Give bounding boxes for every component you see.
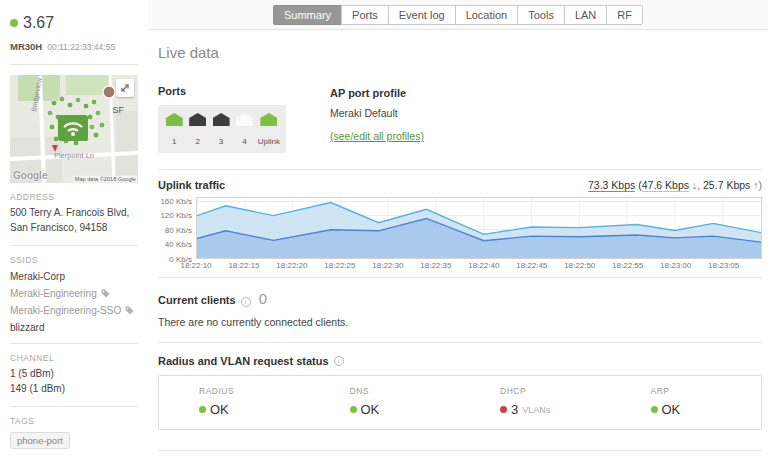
tag-icon <box>101 289 110 298</box>
tab-bar: Summary Ports Event log Location Tools L… <box>148 0 768 30</box>
port-uplink[interactable]: Uplink <box>258 113 280 148</box>
uplink-paren: ( <box>635 179 641 191</box>
device-identity: MR30H00:11:22:33:44:55 <box>10 36 138 54</box>
edit-profiles-link[interactable]: (see/edit all profiles) <box>330 130 424 142</box>
ap-port-profile: AP port profile Meraki Default (see/edit… <box>330 85 424 153</box>
chart-y-axis: 160 Kb/s120 Kb/s80 Kb/s40 Kb/s0 Kb/s <box>158 197 196 259</box>
tag-chip[interactable]: phone-port <box>10 432 70 449</box>
status-label: ARP <box>651 386 762 396</box>
status-label: RADIUS <box>199 386 310 396</box>
ssids-section: SSIDS Meraki-Corp Meraki-Engineering Mer… <box>10 255 138 333</box>
ok-dot-icon <box>350 406 357 413</box>
chart-plot[interactable] <box>196 197 762 259</box>
x-tick-label: 18:23:05 <box>708 261 739 270</box>
ssid-item[interactable]: Meraki-Corp <box>10 271 138 282</box>
uplink-header: Uplink traffic 73.3 Kbps (47.6 Kbps ↓, 2… <box>158 179 762 191</box>
x-tick-label: 18:22:30 <box>372 261 403 270</box>
status-suffix: VLANs <box>522 405 550 415</box>
radius-vlan-status-box: RADIUS OK DNS OK DHCP 3VLANs ARP OK <box>158 375 762 430</box>
port-2[interactable]: 2 <box>187 113 207 148</box>
chart-x-axis: 18:22:1018:22:1518:22:2018:22:2518:22:30… <box>196 261 762 275</box>
map-expand-button[interactable] <box>116 79 134 97</box>
client-count: 0 <box>259 290 267 307</box>
uplink-chart: 160 Kb/s120 Kb/s80 Kb/s40 Kb/s0 Kb/s 18:… <box>158 197 762 275</box>
x-tick-label: 18:22:15 <box>228 261 259 270</box>
status-value: OK <box>210 402 229 417</box>
divider <box>10 406 138 407</box>
location-map[interactable]: SF Pierpoint Ln Bridgeview Way Google Ma… <box>10 75 138 183</box>
ssids-label: SSIDS <box>10 255 138 265</box>
status-col-dns: DNS OK <box>310 386 461 417</box>
uplink-area-chart <box>197 198 761 258</box>
tab-location[interactable]: Location <box>455 5 519 25</box>
x-tick-label: 18:22:35 <box>420 261 451 270</box>
download-arrow-icon: ↓, <box>689 179 703 191</box>
content: Live data Ports 1 2 <box>148 30 768 457</box>
channel-value: 1 (5 dBm) <box>10 367 138 382</box>
divider <box>158 277 762 278</box>
ssid-item[interactable]: Meraki-Engineering-SSO <box>10 305 138 316</box>
chart-plot-wrap: 18:22:1018:22:1518:22:2018:22:2518:22:30… <box>196 197 762 275</box>
tab-rf[interactable]: RF <box>606 5 643 25</box>
device-health: 3.67 <box>10 14 138 32</box>
ap-port-profile-value: Meraki Default <box>330 107 424 119</box>
uplink-total[interactable]: 73.3 Kbps <box>588 179 635 192</box>
status-label: DHCP <box>500 386 611 396</box>
uplink-traffic-title: Uplink traffic <box>158 179 225 191</box>
port-4[interactable]: 4 <box>234 113 254 148</box>
channel-value: 149 (1 dBm) <box>10 382 138 397</box>
ok-dot-icon <box>199 406 206 413</box>
google-logo: Google <box>13 170 47 181</box>
no-clients-message: There are no currently connected clients… <box>158 316 762 328</box>
tab-lan[interactable]: LAN <box>564 5 607 25</box>
port-3[interactable]: 3 <box>211 113 231 148</box>
x-tick-label: 18:22:10 <box>180 261 211 270</box>
tag-icon <box>125 306 134 315</box>
port-icon <box>236 113 253 126</box>
divider <box>10 64 138 65</box>
info-icon[interactable] <box>334 356 344 366</box>
tags-label: TAGS <box>10 416 138 426</box>
main-panel: Summary Ports Event log Location Tools L… <box>148 0 768 457</box>
port-1[interactable]: 1 <box>164 113 184 148</box>
status-dot-icon <box>10 19 18 27</box>
address-label: ADDRESS <box>10 192 138 202</box>
ssid-item[interactable]: Meraki-Engineering <box>10 288 138 299</box>
divider <box>158 342 762 343</box>
port-icon <box>166 113 183 126</box>
ap-port-profile-title: AP port profile <box>330 87 424 99</box>
tab-ports[interactable]: Ports <box>341 5 389 25</box>
device-model: MR30H <box>10 41 42 52</box>
x-tick-label: 18:22:45 <box>516 261 547 270</box>
ssid-name: blizzard <box>10 322 44 333</box>
radius-status-title: Radius and VLAN request status <box>158 355 329 367</box>
status-col-arp: ARP OK <box>611 386 762 417</box>
current-clients-row: Current clients 0 <box>158 290 762 307</box>
ports-row: Ports 1 2 3 <box>158 85 762 153</box>
y-tick-label: 80 Kb/s <box>165 226 192 235</box>
y-tick-label: 40 Kb/s <box>165 240 192 249</box>
uplink-upload: 25.7 Kbps <box>703 179 750 191</box>
page: 3.67 MR30H00:11:22:33:44:55 <box>0 0 768 457</box>
ssid-name: Meraki-Engineering-SSO <box>10 305 121 316</box>
divider <box>10 343 138 344</box>
expand-icon <box>119 82 131 94</box>
tab-summary[interactable]: Summary <box>273 5 342 25</box>
ports-block: Ports 1 2 3 <box>158 85 286 153</box>
map-street-label: Pierpoint Ln <box>54 151 94 160</box>
divider <box>158 169 762 170</box>
ssid-name: Meraki-Corp <box>10 271 65 282</box>
tags-section: TAGS phone-port <box>10 416 138 449</box>
info-icon[interactable] <box>241 297 251 307</box>
port-icon <box>189 113 206 126</box>
tab-tools[interactable]: Tools <box>517 5 565 25</box>
section-divider <box>158 450 762 451</box>
uplink-stats: 73.3 Kbps (47.6 Kbps ↓, 25.7 Kbps ↑) <box>588 179 762 191</box>
ports-title: Ports <box>158 85 286 97</box>
ports-box: 1 2 3 4 <box>158 105 286 153</box>
tab-event-log[interactable]: Event log <box>388 5 456 25</box>
channel-label: CHANNEL <box>10 353 138 363</box>
error-dot-icon <box>500 406 507 413</box>
uplink-download[interactable]: 47.6 Kbps <box>642 179 689 192</box>
ssid-item[interactable]: blizzard <box>10 322 138 333</box>
